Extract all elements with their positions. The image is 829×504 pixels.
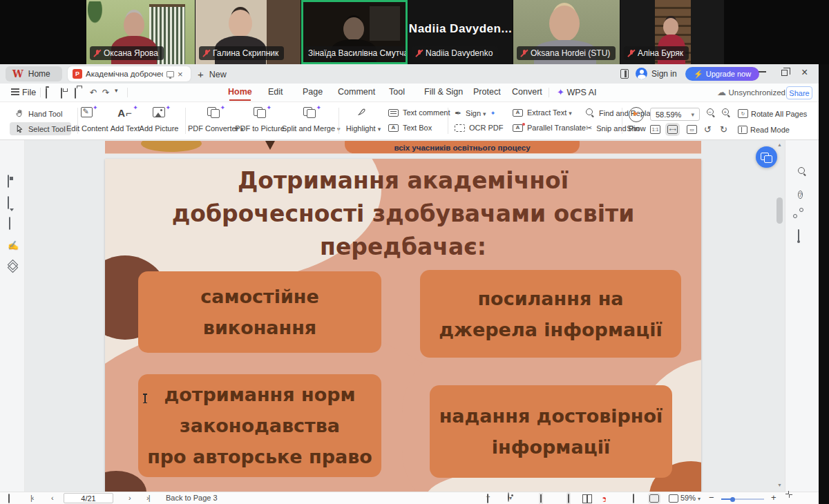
menu-convert[interactable]: Convert [512, 87, 542, 97]
continuous-view-button[interactable] [540, 494, 542, 503]
last-page-button[interactable]: ›| [146, 494, 150, 502]
video-tile-halyna-skrypnyk[interactable]: Галина Скрипник [196, 0, 301, 64]
toolbar-ribbon: Hand Tool Select Tool ✎✦ Edit Content A⌐… [0, 102, 819, 140]
zoom-out-button[interactable]: − [707, 108, 716, 117]
share-button[interactable]: Share [786, 86, 812, 99]
scroll-up-arrow-icon[interactable]: ▲ [777, 142, 782, 147]
close-tab-icon[interactable]: × [178, 70, 183, 79]
sync-status[interactable]: ☁ Unsynchronized [717, 87, 785, 97]
first-page-button[interactable]: |‹ [30, 494, 34, 502]
rotate-all-pages-button[interactable]: ↻ Rotate All Pages [738, 109, 807, 118]
tab-document-active[interactable]: P Академічна доброчесність т × [68, 66, 191, 81]
sign-in-button[interactable]: Sign in [636, 68, 677, 79]
menu-tool[interactable]: Tool [389, 87, 405, 97]
next-page-button[interactable]: › [128, 494, 131, 502]
fit-width-button[interactable]: ⟷ [667, 125, 678, 134]
save-icon[interactable] [61, 88, 62, 99]
scrollbar-thumb[interactable] [776, 197, 783, 224]
parallel-translate-button[interactable]: Parallel Translate [513, 124, 586, 132]
single-page-view-button[interactable] [568, 494, 569, 503]
pdf-converter-button[interactable]: ✦ PDF Converter [188, 107, 239, 133]
rotate-pages-icon: ↻ [738, 109, 748, 118]
menu-protect[interactable]: Protect [473, 87, 501, 97]
view-mode-dropdown[interactable]: ▾ [508, 493, 512, 501]
redo-icon[interactable]: ↷ [102, 87, 109, 97]
tab-wps-home[interactable]: W Home [6, 66, 62, 81]
menu-home[interactable]: Home [228, 87, 252, 97]
page-thumbnail-toggle[interactable] [8, 494, 10, 503]
hand-tool-button[interactable]: Hand Tool [10, 107, 68, 120]
undo-icon[interactable]: ↶ [90, 87, 97, 97]
new-tab-button[interactable]: + New [198, 68, 227, 80]
thumbnails-panel-button[interactable] [8, 175, 9, 188]
fit-screen-button[interactable] [649, 494, 659, 504]
zoom-slider[interactable] [721, 498, 764, 500]
ocr-pdf-button[interactable]: OCR PDF [455, 124, 504, 132]
show-presentation-button[interactable]: Show [619, 107, 654, 133]
previous-page-button[interactable]: ‹ [51, 494, 53, 502]
edit-content-button[interactable]: ✎✦ Edit Content [66, 107, 106, 133]
side-panel-icon[interactable] [620, 69, 629, 79]
zoom-level-dropdown[interactable]: 58.59% [650, 108, 700, 121]
play-slideshow-button[interactable]: ▶ [602, 494, 606, 504]
status-zoom-dropdown[interactable]: 59% ▾ [680, 494, 701, 502]
video-tile-zinaida-smutchak-active-speaker[interactable]: Зінаїда Василівна Смутчак [301, 0, 408, 64]
split-and-merge-button[interactable]: ✦ Split and Merge [282, 107, 337, 133]
vertical-scrollbar[interactable]: ▲ ▼ [775, 140, 785, 492]
floating-pdf-convert-button[interactable] [756, 146, 777, 168]
zoom-out-minus-button[interactable]: − [709, 492, 714, 503]
page-4-slide: Дотримання академічної доброчесності здо… [105, 159, 701, 492]
participant-head [663, 18, 678, 36]
menu-page[interactable]: Page [303, 87, 323, 97]
signature-panel-button[interactable]: ✍ [8, 239, 19, 251]
camera-off-name-text: Nadiia Davyden... [408, 22, 513, 36]
rotate-left-button[interactable]: ↺ [704, 124, 712, 135]
minimize-button[interactable] [759, 71, 766, 72]
menu-comment[interactable]: Comment [338, 87, 375, 97]
upgrade-now-button[interactable]: ⚡ Upgrade now [685, 67, 759, 81]
customize-toolbar-chevron-icon[interactable]: ▾ [115, 87, 118, 94]
text-comment-button[interactable]: Text comment [388, 108, 450, 117]
actual-size-button[interactable]: 1:1 [650, 125, 660, 134]
video-tile-oksana-yarova[interactable]: Оксана Ярова [86, 0, 195, 64]
scroll-down-arrow-icon[interactable]: ▼ [777, 483, 782, 487]
highlight-button[interactable]: Highlight [343, 107, 384, 133]
zoom-slider-knob[interactable] [730, 497, 735, 502]
video-tile-nadiia-davydenko[interactable]: Nadiia Davyden... Nadiia Davydenko [408, 0, 513, 64]
page-fit-option-button[interactable] [633, 494, 634, 503]
add-picture-button[interactable]: ✦ Add Picture [139, 107, 179, 133]
zoom-in-plus-button[interactable]: + [771, 492, 776, 503]
back-to-page-link[interactable]: Back to Page 3 [166, 494, 218, 502]
menu-fill-sign[interactable]: Fill & Sign [424, 87, 463, 97]
restore-button[interactable] [781, 70, 788, 76]
goto-page-button[interactable] [487, 494, 488, 503]
dictionary-button[interactable] [798, 230, 799, 242]
select-tool-button[interactable]: Select Tool [10, 122, 71, 135]
page-3-bottom-edge: всіх учасників освітнього процесу [105, 141, 701, 154]
fit-page-button[interactable]: ▭ [687, 125, 697, 134]
video-tile-oksana-hordei[interactable]: Oksana Hordei (STU) [513, 0, 620, 64]
read-mode-button[interactable]: Read Mode [738, 126, 790, 134]
open-file-icon[interactable] [46, 88, 47, 99]
video-tile-alina-buriak[interactable]: Аліна Буряк [620, 0, 724, 64]
comments-panel-button[interactable] [8, 197, 9, 209]
page-number-input[interactable] [64, 493, 113, 503]
zoom-in-button[interactable]: + [722, 108, 731, 117]
sign-button[interactable]: ✒ Sign ✦ [455, 108, 495, 118]
menu-edit[interactable]: Edit [268, 87, 283, 97]
menu-wps-ai[interactable]: ✦ WPS AI [557, 87, 596, 97]
pdf-to-picture-button[interactable]: ✦ PDF to Picture [235, 107, 285, 133]
text-box-button[interactable]: Text Box [388, 124, 432, 132]
window-background [370, 6, 400, 41]
fit-window-button[interactable] [669, 494, 678, 504]
search-button[interactable] [798, 166, 807, 179]
menu-bar: File ↶ ↷ ▾ Home Edit Page Comment Tool F… [0, 84, 819, 102]
close-window-button[interactable]: × [801, 67, 808, 78]
print-icon[interactable] [75, 88, 76, 99]
extract-text-button[interactable]: Extract Text [513, 108, 572, 117]
file-menu[interactable]: File [22, 88, 36, 97]
document-view-area[interactable]: всіх учасників освітнього процесу Дотрим… [25, 140, 785, 492]
attachments-panel-button[interactable] [9, 217, 10, 230]
rotate-right-button[interactable]: ↻ [720, 124, 727, 135]
help-button[interactable]: ? [798, 187, 803, 200]
